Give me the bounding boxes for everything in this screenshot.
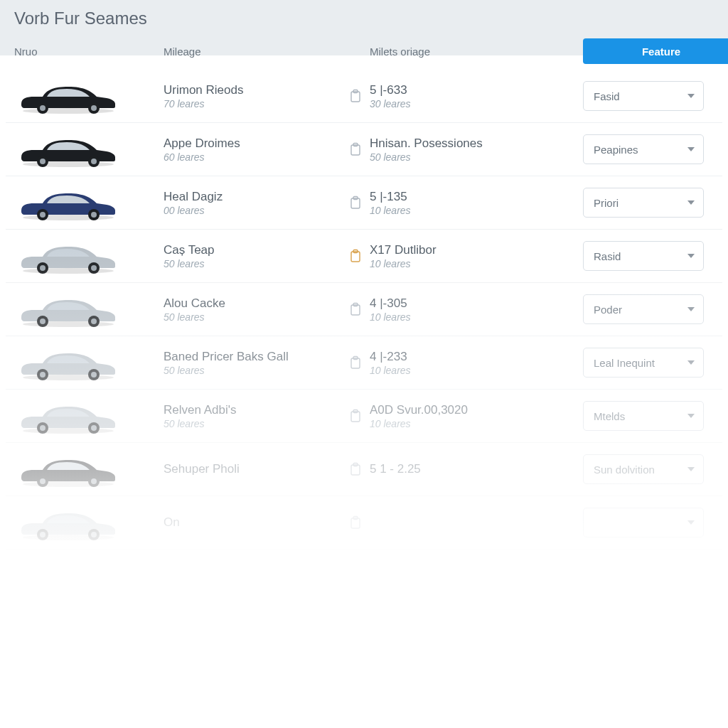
origin-sub: 10 leares <box>370 365 583 376</box>
mileage-main: Appe Droimes <box>164 136 341 151</box>
svg-point-25 <box>91 265 97 271</box>
feature-select[interactable]: Fasid <box>583 81 704 111</box>
feature-select-value: Mtelds <box>594 410 625 422</box>
mileage-cell: Alou Cacke50 leares <box>164 296 341 322</box>
origin-main: 4 |-305 <box>370 296 583 311</box>
mileage-sub: 50 leares <box>164 258 341 269</box>
vehicle-thumb <box>14 503 121 542</box>
col-head-milets-oriage: Milets oriage <box>370 46 583 58</box>
mileage-cell: Relven Adbi's50 leares <box>164 402 341 429</box>
feature-select[interactable] <box>583 508 704 537</box>
clipboard-icon <box>341 515 370 530</box>
svg-point-16 <box>40 212 46 218</box>
mileage-cell: On <box>164 515 341 530</box>
origin-sub: 30 leares <box>370 98 583 109</box>
table-row: Urimon Rieods70 leares5 |-63330 learesFa… <box>6 70 722 123</box>
feature-select-value: Leal Inequint <box>594 357 655 369</box>
chevron-down-icon <box>687 414 695 418</box>
clipboard-icon <box>341 302 370 316</box>
origin-cell: X17 Dutlibor10 leares <box>370 242 583 269</box>
chevron-down-icon <box>687 200 695 205</box>
feature-button[interactable]: Feature <box>583 38 728 64</box>
mileage-cell: Baned Pricer Baks Gall50 leares <box>164 349 341 375</box>
vehicle-thumb <box>14 237 121 275</box>
feature-select-value: Poder <box>594 304 622 316</box>
svg-point-51 <box>40 478 46 484</box>
table-row: Relven Adbi's50 learesA0D Svur.00,302010… <box>6 390 722 443</box>
feature-select[interactable]: Priori <box>583 188 704 218</box>
feature-select[interactable]: Poder <box>583 294 704 324</box>
table-row: Baned Pricer Baks Gall50 leares4 |-23310… <box>6 336 722 390</box>
mileage-sub: 50 leares <box>164 311 341 323</box>
mileage-sub: 50 leares <box>164 365 341 376</box>
origin-sub: 10 leares <box>370 205 583 216</box>
svg-point-4 <box>91 105 97 111</box>
mileage-cell: Urimon Rieods70 leares <box>164 82 341 109</box>
chevron-down-icon <box>687 307 695 311</box>
origin-cell: 5 |-63330 leares <box>370 82 583 109</box>
vehicle-thumb <box>14 450 121 488</box>
feature-select-value: Priori <box>594 197 619 209</box>
origin-cell: 5 1 - 2.25 <box>370 461 583 476</box>
origin-cell: Hnisan. Posessiones50 leares <box>370 136 583 162</box>
vehicle-thumb <box>14 77 121 115</box>
svg-point-11 <box>91 159 97 164</box>
svg-point-37 <box>40 372 46 378</box>
svg-point-35 <box>23 375 114 380</box>
chevron-down-icon <box>687 360 695 365</box>
svg-point-7 <box>23 161 114 167</box>
table-row: Sehuper Pholi5 1 - 2.25Sun dolvition <box>6 443 722 496</box>
feature-select-value: Fasid <box>594 90 620 102</box>
clipboard-icon <box>341 462 370 476</box>
column-header-row: Nruo Mileage Milets oriage Feature <box>6 38 722 64</box>
vehicle-list: Urimon Rieods70 leares5 |-63330 learesFa… <box>6 70 722 550</box>
feature-select[interactable]: Rasid <box>583 241 704 271</box>
svg-point-58 <box>40 532 46 537</box>
col-head-mileage: Mileage <box>164 46 370 58</box>
chevron-down-icon <box>687 147 695 151</box>
svg-point-23 <box>40 265 46 271</box>
origin-main: 5 1 - 2.25 <box>370 461 583 476</box>
table-row: On <box>6 496 722 550</box>
feature-select[interactable]: Sun dolvition <box>583 454 704 484</box>
vehicle-thumb <box>14 130 121 168</box>
svg-point-60 <box>91 532 97 537</box>
svg-point-0 <box>23 108 114 114</box>
clipboard-icon <box>341 89 370 103</box>
svg-point-56 <box>23 535 114 540</box>
mileage-main: Sehuper Pholi <box>164 461 341 476</box>
mileage-main: Alou Cacke <box>164 296 341 311</box>
svg-point-32 <box>91 318 97 324</box>
svg-point-14 <box>23 215 114 220</box>
svg-point-49 <box>23 481 114 487</box>
mileage-main: Baned Pricer Baks Gall <box>164 349 341 364</box>
origin-cell: A0D Svur.00,302010 leares <box>370 402 583 429</box>
clipboard-icon <box>341 409 370 423</box>
origin-cell: 4 |-30510 leares <box>370 296 583 322</box>
vehicle-thumb <box>14 343 121 382</box>
feature-select[interactable]: Peapines <box>583 134 704 164</box>
table-row: Appe Droimes60 learesHnisan. Posessiones… <box>6 123 722 176</box>
feature-select-value: Peapines <box>594 144 638 156</box>
svg-point-2 <box>40 105 46 111</box>
svg-point-39 <box>91 372 97 378</box>
clipboard-icon <box>341 196 370 210</box>
origin-main: 5 |-135 <box>370 189 583 204</box>
vehicle-thumb <box>14 290 121 328</box>
svg-point-53 <box>91 478 97 484</box>
mileage-main: Caș Teap <box>164 242 341 257</box>
svg-point-9 <box>40 159 46 164</box>
feature-select[interactable]: Leal Inequint <box>583 348 704 378</box>
mileage-main: On <box>164 515 341 530</box>
feature-select[interactable]: Mtelds <box>583 401 704 431</box>
origin-sub: 10 leares <box>370 311 583 323</box>
page-title: Vorb Fur Seames <box>6 6 722 38</box>
svg-point-30 <box>40 318 46 324</box>
origin-main: 5 |-633 <box>370 82 583 97</box>
svg-point-28 <box>23 321 114 327</box>
origin-sub: 10 leares <box>370 258 583 269</box>
table-row: Caș Teap50 learesX17 Dutlibor10 learesRa… <box>6 230 722 283</box>
mileage-cell: Sehuper Pholi <box>164 461 341 476</box>
origin-sub: 50 leares <box>370 151 583 163</box>
mileage-cell: Caș Teap50 leares <box>164 242 341 269</box>
